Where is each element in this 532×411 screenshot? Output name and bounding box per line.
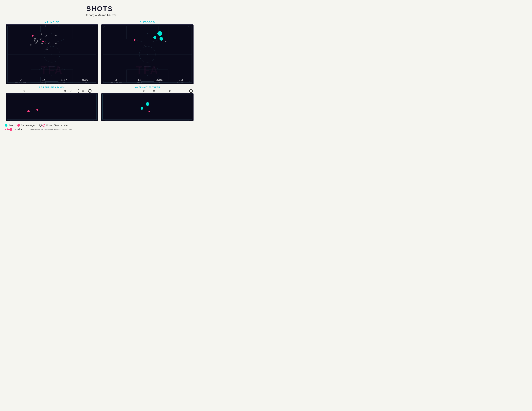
svg-point-25 <box>147 33 148 34</box>
elfsborg-stat-shots: 11 SHOTS <box>137 78 142 83</box>
svg-point-27 <box>147 54 148 55</box>
legend-shot-target-icon <box>17 124 20 127</box>
legend-goal-icon <box>5 124 8 127</box>
elfsborg-goal-shot-1 <box>146 102 149 106</box>
elfsborg-shot-missed-2 <box>144 45 145 46</box>
legend-goal-label: Goal <box>9 124 13 127</box>
elfsborg-shot-missed-1 <box>165 41 167 42</box>
svg-marker-13 <box>7 119 96 121</box>
svg-point-10 <box>51 75 52 75</box>
legend-missed-icon <box>39 124 42 127</box>
malmo-stat-xg-per-shot: 0.07 xG / SHOT <box>82 78 89 83</box>
elfsborg-stats-bar: 3 SHOTS ON GOAL 11 SHOTS 3.06 xG 0.3 xG … <box>101 77 193 84</box>
malmo-stat-shots-on-goal: 0 SHOTS ON GOAL <box>15 78 27 83</box>
shot-malmo-8 <box>37 40 38 42</box>
malmo-marker-4 <box>77 90 80 93</box>
subtitle: Elfsborg – Malmö FF 3:0 <box>3 14 196 17</box>
main-content: MALMÖ FF <box>3 21 196 121</box>
elfsborg-stat-xg-per-shot: 0.3 xG / SHOT <box>177 78 184 83</box>
shot-malmo-16 <box>47 49 48 50</box>
svg-rect-28 <box>103 94 192 119</box>
legend-xg: xG value <box>5 128 22 131</box>
shot-malmo-6 <box>40 38 41 40</box>
malmo-marker-row: ∞ <box>6 89 98 93</box>
legend-row-1: Goal Shot on target Missed / Blocked sho… <box>5 124 194 127</box>
malmo-pitch: TFA <box>6 24 98 84</box>
legend-missed-blocked: Missed / Blocked shot <box>39 124 68 127</box>
elfsborg-stat-shots-on-goal: 3 SHOTS ON GOAL <box>110 78 122 83</box>
legend-note: Penalties and own goals are excluded fro… <box>29 128 72 130</box>
shot-malmo-12 <box>44 43 46 44</box>
svg-point-26 <box>147 75 148 75</box>
shot-malmo-1 <box>41 33 42 35</box>
elfsborg-marker-1 <box>143 90 145 92</box>
malmo-goal-shot-1 <box>27 110 30 112</box>
elfsborg-goal-shot-3 <box>149 111 150 112</box>
shot-malmo-14 <box>55 43 57 44</box>
elfsborg-team-label: ELFSBORG <box>101 21 193 23</box>
malmo-stat-xg: 1.27 xG <box>61 78 67 83</box>
malmo-marker-5: ∞ <box>82 89 84 93</box>
elfsborg-pitch: TFA 3 SHOTS ON GOAL 11 SHOTS <box>101 24 193 84</box>
elfsborg-shot-pink-1 <box>134 39 135 41</box>
svg-rect-21 <box>141 25 154 27</box>
legend-goal: Goal <box>5 124 13 127</box>
svg-point-9 <box>51 33 52 34</box>
elfsborg-marker-3 <box>169 90 171 92</box>
malmo-goal-shot-2 <box>37 109 38 111</box>
svg-rect-5 <box>45 25 58 27</box>
legend-row-2: xG value Penalties and own goals are exc… <box>5 128 194 131</box>
elfsborg-shot-goal-3 <box>160 37 163 41</box>
svg-point-11 <box>51 54 52 55</box>
malmo-marker-2 <box>64 90 66 92</box>
elfsborg-marker-4 <box>189 89 193 93</box>
elfsborg-marker-row <box>101 89 193 93</box>
shot-malmo-9 <box>42 41 44 42</box>
legend: Goal Shot on target Missed / Blocked sho… <box>3 124 196 131</box>
shot-malmo-13 <box>48 43 50 44</box>
legend-xg-dot-lg <box>10 128 12 131</box>
legend-xg-dot-md <box>7 128 9 130</box>
elfsborg-goal-container <box>101 93 193 121</box>
malmo-marker-1 <box>23 90 25 92</box>
elfsborg-goal-shot-2 <box>141 107 143 110</box>
malmo-column: MALMÖ FF <box>6 21 98 121</box>
svg-rect-12 <box>7 94 96 119</box>
malmo-stat-shots: 18 SHOTS <box>41 78 46 83</box>
svg-marker-29 <box>103 119 192 121</box>
elfsborg-column: ELFSBORG <box>101 21 193 121</box>
shot-malmo-11 <box>41 43 43 44</box>
elfsborg-stat-xg: 3.06 xG <box>156 78 162 83</box>
malmo-team-label: MALMÖ FF <box>6 21 98 23</box>
legend-shot-target-label: Shot on target <box>21 124 35 127</box>
shot-malmo-7 <box>34 40 36 42</box>
legend-blocked-icon <box>42 124 45 127</box>
shot-malmo-2 <box>32 35 34 37</box>
shot-malmo-3 <box>46 36 47 37</box>
malmo-marker-3 <box>70 90 72 92</box>
elfsborg-marker-2 <box>153 90 155 92</box>
page-title: SHOTS <box>3 5 196 13</box>
legend-shot-on-target: Shot on target <box>17 124 35 127</box>
elfsborg-penalties-label: NO PENALTIES TAKEN <box>101 86 193 88</box>
malmo-penalties-label: NO PENALTIES TAKEN <box>6 86 98 88</box>
svg-rect-3 <box>31 26 73 39</box>
shot-malmo-4 <box>55 35 57 37</box>
elfsborg-shot-goal-1 <box>157 31 162 36</box>
shot-malmo-5 <box>34 38 36 40</box>
legend-missed-label: Missed / Blocked shot <box>46 124 68 127</box>
malmo-stats-bar: 0 SHOTS ON GOAL 18 SHOTS 1.27 xG 0.07 xG… <box>6 77 98 84</box>
shot-malmo-10 <box>36 42 37 44</box>
malmo-goal-container <box>6 93 98 121</box>
malmo-marker-6 <box>88 89 92 93</box>
legend-xg-dot-sm <box>5 129 6 130</box>
legend-xg-label: xG value <box>13 128 22 131</box>
elfsborg-shot-goal-2 <box>153 36 156 39</box>
legend-xg-dots <box>5 128 12 131</box>
shot-malmo-15 <box>30 44 32 46</box>
